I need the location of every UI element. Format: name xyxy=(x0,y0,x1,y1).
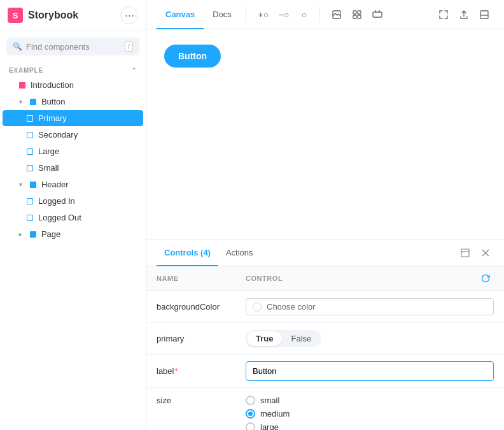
sidebar: S Storybook ⋯ 🔍 Find components / EXAMPL… xyxy=(0,0,146,430)
ctrl-name-primary: primary xyxy=(157,334,246,343)
sidebar-item-secondary[interactable]: Secondary xyxy=(3,127,143,143)
main-toolbar: Canvas Docs +○ −○ ○ xyxy=(146,0,504,29)
col-control-header: Control xyxy=(246,275,477,282)
size-radio-group: small medium large xyxy=(246,396,494,430)
logged-out-icon xyxy=(25,213,34,222)
ctrl-row-size: size small medium large xyxy=(146,388,504,430)
ctrl-control-label xyxy=(246,361,494,381)
zoom-in-button[interactable]: +○ xyxy=(254,5,273,24)
color-swatch xyxy=(253,303,262,312)
sidebar-item-button[interactable]: ▼ Button xyxy=(3,94,143,110)
controls-table-header: Name Control xyxy=(146,266,504,291)
ctrl-row-backgroundcolor: backgroundColor Choose color xyxy=(146,291,504,323)
sidebar-item-introduction[interactable]: Introduction xyxy=(3,77,143,93)
search-shortcut-hint: / xyxy=(125,41,133,52)
sidebar-item-primary[interactable]: Primary xyxy=(3,110,143,126)
col-name-header: Name xyxy=(157,275,246,282)
sidebar-item-page[interactable]: ► Page xyxy=(3,226,143,242)
header-chevron-icon: ▼ xyxy=(18,182,24,188)
ctrl-control-size: small medium large xyxy=(246,396,494,430)
tab-docs[interactable]: Docs xyxy=(204,1,241,29)
reset-controls-button[interactable] xyxy=(477,270,494,287)
sidebar-header: S Storybook ⋯ xyxy=(0,0,146,31)
tab-controls[interactable]: Controls (4) xyxy=(157,240,218,266)
ctrl-name-backgroundcolor: backgroundColor xyxy=(157,302,246,312)
nav-section: EXAMPLE ⌃ Introduction ▼ Button Primary … xyxy=(0,59,146,430)
svg-rect-2 xyxy=(358,11,361,14)
svg-rect-3 xyxy=(353,15,356,18)
panel-button[interactable] xyxy=(475,5,494,24)
button-chevron-icon: ▼ xyxy=(18,99,24,105)
controls-table: Name Control backgroundColor Choose colo… xyxy=(146,266,504,430)
size-option-large[interactable]: large xyxy=(246,422,494,430)
size-radio-large[interactable] xyxy=(246,422,255,430)
controls-header-right xyxy=(457,245,494,261)
toolbar-separator xyxy=(246,7,246,22)
component-view-button[interactable] xyxy=(368,5,387,24)
controls-panel: Controls (4) Actions Name Control xyxy=(146,239,504,430)
search-icon: 🔍 xyxy=(13,42,22,51)
toolbar-separator-2 xyxy=(319,7,319,22)
ctrl-control-backgroundcolor: Choose color xyxy=(246,298,494,315)
fullscreen-button[interactable] xyxy=(434,5,453,24)
app-name: Storybook xyxy=(28,10,78,21)
primary-toggle-false[interactable]: False xyxy=(282,331,320,346)
introduction-icon xyxy=(18,81,27,90)
share-button[interactable] xyxy=(454,5,473,24)
logo-area: S Storybook xyxy=(8,8,78,23)
primary-toggle-group: True False xyxy=(246,330,321,347)
page-chevron-icon: ► xyxy=(18,231,24,238)
secondary-icon xyxy=(25,131,34,140)
canvas-area: Button xyxy=(146,29,504,239)
search-placeholder-text: Find components xyxy=(26,42,121,52)
zoom-out-button[interactable]: −○ xyxy=(274,5,293,24)
preview-button[interactable]: Button xyxy=(164,45,221,68)
controls-header: Controls (4) Actions xyxy=(146,240,504,266)
large-icon xyxy=(25,147,34,156)
view-tools xyxy=(327,5,387,24)
svg-rect-8 xyxy=(480,11,488,18)
required-marker: * xyxy=(174,366,178,376)
storybook-logo-icon: S xyxy=(8,8,23,23)
svg-rect-5 xyxy=(373,12,382,17)
size-radio-medium[interactable] xyxy=(246,409,255,419)
ctrl-control-primary: True False xyxy=(246,330,494,347)
main-panel: Canvas Docs +○ −○ ○ xyxy=(146,0,504,430)
more-menu-button[interactable]: ⋯ xyxy=(120,6,138,24)
size-option-small[interactable]: small xyxy=(246,396,494,405)
expand-panel-button[interactable] xyxy=(457,245,473,261)
grid-view-button[interactable] xyxy=(347,5,367,24)
ctrl-row-primary: primary True False xyxy=(146,323,504,355)
zoom-reset-button[interactable]: ○ xyxy=(295,5,314,24)
size-radio-small[interactable] xyxy=(246,396,255,405)
page-icon xyxy=(29,230,38,239)
sidebar-item-header[interactable]: ▼ Header xyxy=(3,176,143,192)
svg-rect-10 xyxy=(461,249,469,257)
sidebar-item-small[interactable]: Small xyxy=(3,160,143,176)
close-panel-button[interactable] xyxy=(477,245,494,261)
svg-rect-4 xyxy=(358,15,361,18)
sidebar-item-logged-out[interactable]: Logged Out xyxy=(3,210,143,226)
ctrl-row-label: label* xyxy=(146,355,504,388)
sidebar-item-large[interactable]: Large xyxy=(3,143,143,159)
section-example-label: EXAMPLE ⌃ xyxy=(0,63,146,76)
svg-rect-1 xyxy=(353,11,356,14)
label-input[interactable] xyxy=(246,361,494,381)
choose-color-label: Choose color xyxy=(267,302,316,312)
section-collapse-icon[interactable]: ⌃ xyxy=(131,67,137,74)
button-icon xyxy=(29,97,38,106)
logged-in-icon xyxy=(25,197,34,206)
size-option-medium[interactable]: medium xyxy=(246,409,494,419)
tab-canvas[interactable]: Canvas xyxy=(157,1,204,29)
search-box[interactable]: 🔍 Find components / xyxy=(6,38,139,55)
tab-actions[interactable]: Actions xyxy=(218,240,261,266)
small-icon xyxy=(25,164,34,173)
primary-toggle-true[interactable]: True xyxy=(247,331,282,346)
zoom-tools: +○ −○ ○ xyxy=(254,5,314,24)
image-view-button[interactable] xyxy=(327,5,346,24)
color-picker[interactable]: Choose color xyxy=(246,298,494,315)
header-icon xyxy=(29,180,38,189)
ctrl-name-label: label* xyxy=(157,366,246,376)
toolbar-right xyxy=(434,5,494,24)
sidebar-item-logged-in[interactable]: Logged In xyxy=(3,193,143,209)
